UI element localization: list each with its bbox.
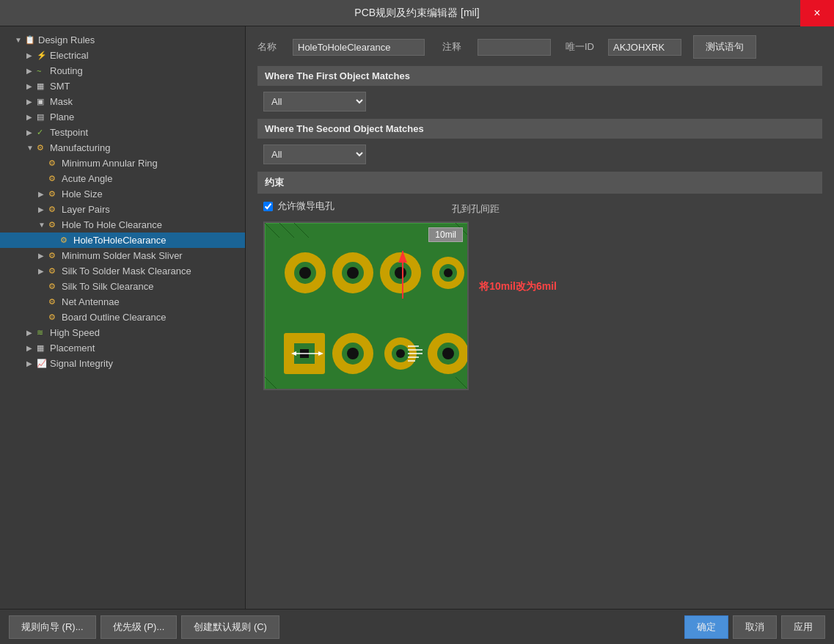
arrow-testpoint: ▶ bbox=[26, 128, 37, 136]
label-layer-pairs: Layer Pairs bbox=[62, 204, 110, 215]
tree-item-board-outline[interactable]: ⚙ Board Outline Clearance bbox=[0, 310, 245, 325]
tree-item-plane[interactable]: ▶ ▤ Plane bbox=[0, 109, 245, 125]
tree-item-smt[interactable]: ▶ ▦ SMT bbox=[0, 78, 245, 94]
label-testpoint: Testpoint bbox=[50, 127, 88, 138]
icon-design-rules: 📋 bbox=[25, 35, 38, 45]
tree-item-mask[interactable]: ▶ ▣ Mask bbox=[0, 94, 245, 109]
arrow-signal-integrity: ▶ bbox=[26, 359, 37, 367]
arrow-min-solder-mask: ▶ bbox=[38, 252, 48, 260]
value-badge: 10mil bbox=[428, 227, 463, 242]
label-min-solder-mask: Minimum Solder Mask Sliver bbox=[62, 250, 183, 261]
cancel-button[interactable]: 取消 bbox=[733, 615, 777, 639]
svg-point-16 bbox=[347, 267, 359, 279]
arrow-manufacturing: ▼ bbox=[26, 144, 37, 152]
arrow-annotation bbox=[381, 244, 425, 304]
tree-item-testpoint[interactable]: ▶ ✓ Testpoint bbox=[0, 125, 245, 140]
icon-plane: ▤ bbox=[37, 112, 50, 122]
label-electrical: Electrical bbox=[50, 50, 89, 61]
arrow-plane: ▶ bbox=[26, 113, 37, 121]
first-object-header: Where The First Object Matches bbox=[257, 66, 822, 86]
tree-item-electrical[interactable]: ▶ ⚡ Electrical bbox=[0, 48, 245, 63]
tree-item-routing[interactable]: ▶ ~ Routing bbox=[0, 63, 245, 78]
annotation-text: 将10mil改为6mil bbox=[479, 280, 557, 293]
apply-button[interactable]: 应用 bbox=[781, 615, 825, 639]
second-object-dropdown[interactable]: All Net Net Class Layer Custom Query bbox=[263, 144, 366, 164]
label-hole-size: Hole Size bbox=[62, 189, 103, 200]
icon-board-outline: ⚙ bbox=[48, 312, 62, 322]
bottom-left-buttons: 规则向导 (R)... 优先级 (P)... 创建默认规则 (C) bbox=[9, 615, 279, 639]
comment-label: 注释 bbox=[442, 40, 472, 54]
icon-net-antennae: ⚙ bbox=[48, 297, 62, 307]
priority-button[interactable]: 优先级 (P)... bbox=[100, 615, 178, 639]
arrow-electrical: ▶ bbox=[26, 51, 37, 59]
pcb-diagram bbox=[263, 222, 469, 390]
rule-wizard-button[interactable]: 规则向导 (R)... bbox=[9, 615, 96, 639]
tree-item-signal-integrity[interactable]: ▶ 📈 Signal Integrity bbox=[0, 356, 245, 371]
tree-item-min-annular-ring[interactable]: ⚙ Minimum Annular Ring bbox=[0, 155, 245, 171]
label-design-rules: Design Rules bbox=[38, 34, 95, 45]
icon-min-annular-ring: ⚙ bbox=[48, 158, 62, 168]
icon-hole-clearance-rule: ⚙ bbox=[60, 235, 73, 245]
arrow-silk-to-solder-mask: ▶ bbox=[38, 267, 48, 275]
arrow-placement: ▶ bbox=[26, 344, 37, 352]
icon-min-solder-mask: ⚙ bbox=[48, 251, 62, 260]
icon-manufacturing: ⚙ bbox=[37, 143, 50, 153]
icon-testpoint: ✓ bbox=[37, 128, 50, 137]
tree-item-silk-to-solder-mask[interactable]: ▶ ⚙ Silk To Solder Mask Clearance bbox=[0, 263, 245, 279]
name-label: 名称 bbox=[257, 40, 287, 54]
icon-high-speed: ≋ bbox=[37, 328, 50, 337]
name-input[interactable] bbox=[293, 39, 425, 56]
arrow-design-rules: ▼ bbox=[15, 36, 25, 44]
tree-item-min-solder-mask[interactable]: ▶ ⚙ Minimum Solder Mask Sliver bbox=[0, 248, 245, 263]
test-sentence-button[interactable]: 测试语句 bbox=[693, 35, 756, 59]
svg-point-42 bbox=[442, 348, 454, 359]
icon-acute-angle: ⚙ bbox=[48, 174, 62, 183]
comment-input[interactable] bbox=[478, 39, 551, 56]
icon-routing: ~ bbox=[37, 67, 50, 76]
pcb-diagram-container: 10mil 将10mil改为6mil bbox=[263, 222, 469, 390]
tree-item-acute-angle[interactable]: ⚙ Acute Angle bbox=[0, 171, 245, 186]
tree-item-hole-to-hole[interactable]: ▼ ⚙ Hole To Hole Clearance bbox=[0, 217, 245, 233]
first-object-dropdown[interactable]: All Net Net Class Layer Custom Query bbox=[263, 92, 366, 111]
arrow-hole-to-hole: ▼ bbox=[38, 221, 48, 229]
icon-hole-to-hole: ⚙ bbox=[48, 220, 62, 230]
arrow-high-speed: ▶ bbox=[26, 329, 37, 337]
tree-item-silk-to-silk[interactable]: ⚙ Silk To Silk Clearance bbox=[0, 279, 245, 294]
label-high-speed: High Speed bbox=[50, 327, 100, 338]
arrow-mask: ▶ bbox=[26, 98, 37, 106]
right-panel: 名称 注释 唯一ID 测试语句 Where The First Object M… bbox=[246, 26, 834, 609]
label-hole-clearance-rule: HoleToHoleClearance bbox=[73, 235, 166, 246]
arrow-smt: ▶ bbox=[26, 82, 37, 90]
create-default-button[interactable]: 创建默认规则 (C) bbox=[181, 615, 279, 639]
unique-id-input[interactable] bbox=[608, 39, 681, 56]
first-object-row: All Net Net Class Layer Custom Query bbox=[263, 92, 822, 111]
tree-item-design-rules[interactable]: ▼ 📋 Design Rules bbox=[0, 32, 245, 48]
icon-layer-pairs: ⚙ bbox=[48, 205, 62, 214]
icon-placement: ▦ bbox=[37, 343, 50, 353]
tree-item-manufacturing[interactable]: ▼ ⚙ Manufacturing bbox=[0, 140, 245, 155]
allow-micro-via-row: 允许微导电孔 bbox=[263, 200, 334, 213]
svg-point-31 bbox=[347, 348, 359, 359]
tree-item-layer-pairs[interactable]: ▶ ⚙ Layer Pairs bbox=[0, 202, 245, 217]
icon-silk-to-silk: ⚙ bbox=[48, 282, 62, 291]
label-signal-integrity: Signal Integrity bbox=[50, 358, 113, 369]
unique-id-label: 唯一ID bbox=[566, 40, 602, 54]
svg-point-34 bbox=[396, 349, 405, 358]
label-acute-angle: Acute Angle bbox=[62, 173, 112, 184]
constraint-header: 约束 bbox=[257, 172, 822, 194]
tree-item-net-antennae[interactable]: ⚙ Net Antennae bbox=[0, 294, 245, 310]
close-button[interactable]: × bbox=[800, 0, 834, 26]
tree-item-hole-size[interactable]: ▶ ⚙ Hole Size bbox=[0, 186, 245, 202]
label-routing: Routing bbox=[50, 65, 83, 76]
arrow-hole-size: ▶ bbox=[38, 190, 48, 198]
tree-item-hole-clearance-rule[interactable]: ⚙ HoleToHoleClearance bbox=[0, 233, 245, 248]
icon-electrical: ⚡ bbox=[37, 51, 50, 60]
label-hole-to-hole: Hole To Hole Clearance bbox=[62, 219, 162, 230]
ok-button[interactable]: 确定 bbox=[684, 615, 728, 639]
tree-item-placement[interactable]: ▶ ▦ Placement bbox=[0, 340, 245, 356]
label-silk-to-solder-mask: Silk To Solder Mask Clearance bbox=[62, 266, 191, 277]
allow-micro-via-checkbox[interactable] bbox=[263, 202, 273, 211]
svg-point-22 bbox=[444, 268, 453, 277]
label-placement: Placement bbox=[50, 343, 95, 354]
tree-item-high-speed[interactable]: ▶ ≋ High Speed bbox=[0, 325, 245, 340]
